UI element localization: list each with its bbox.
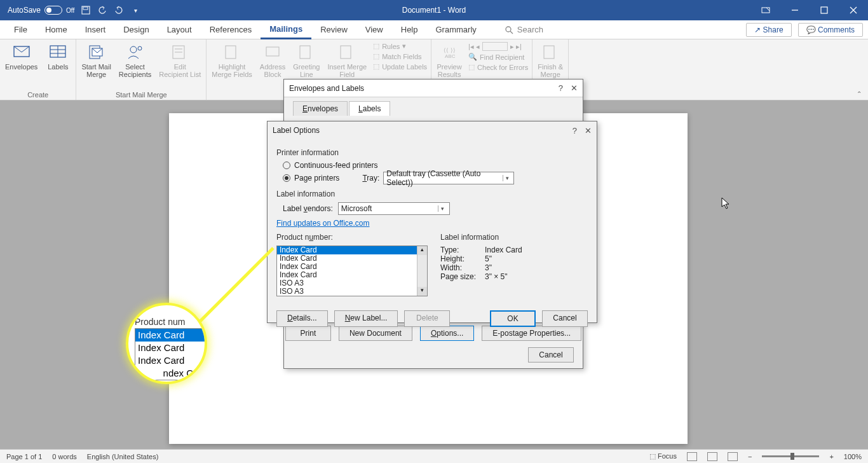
svg-rect-21: [226, 46, 236, 59]
label-vendors-combo[interactable]: Microsoft ▾: [338, 202, 450, 215]
minimize-icon[interactable]: [780, 0, 810, 20]
svg-rect-2: [762, 8, 770, 13]
svg-rect-1: [83, 7, 88, 10]
svg-point-16: [130, 46, 137, 53]
tab-home[interactable]: Home: [36, 20, 76, 39]
env-cancel-button[interactable]: Cancel: [528, 347, 574, 363]
group-create-label: Create: [4, 90, 72, 99]
env-tab-labels[interactable]: LabelsLabels: [349, 101, 390, 116]
tab-mailings[interactable]: Mailings: [261, 20, 311, 39]
title-bar: AutoSave Off ▾ Document1 - Word: [0, 0, 868, 20]
ribbon-display-icon[interactable]: [751, 0, 780, 20]
zoom-slider[interactable]: [762, 455, 819, 457]
cancel-button[interactable]: Cancel: [542, 310, 588, 327]
envelopes-button[interactable]: Envelopes: [4, 42, 39, 72]
group-start-label: Start Mail Merge: [80, 90, 202, 99]
delete-button[interactable]: Delete: [404, 310, 450, 327]
page-status[interactable]: Page 1 of 1: [6, 453, 42, 460]
label-info-section: Label information: [276, 190, 588, 198]
tab-references[interactable]: References: [201, 20, 261, 39]
svg-rect-23: [300, 46, 310, 59]
zoom-level[interactable]: 100%: [844, 453, 862, 460]
recipients-icon: [126, 43, 144, 61]
ribbon-tabs: File Home Insert Design Layout Reference…: [0, 20, 868, 39]
label-dialog-title: Label Options: [273, 126, 320, 135]
env-close-icon[interactable]: ✕: [571, 83, 578, 93]
svg-point-7: [506, 27, 511, 32]
nav-record-buttons: |◂ ◂ ▸ ▸|: [468, 42, 528, 51]
svg-text:⟨⟨ ⟩⟩: ⟨⟨ ⟩⟩: [444, 47, 456, 53]
tab-file[interactable]: File: [5, 20, 36, 39]
autosave-label: AutoSave: [8, 6, 41, 15]
svg-line-8: [510, 31, 513, 34]
labels-icon: [49, 43, 67, 61]
details-button[interactable]: Details...Details...: [276, 310, 328, 327]
label-options-dialog: Label Options ? ✕ Printer information Co…: [267, 121, 597, 323]
continuous-feed-radio[interactable]: Continuous-feed printers: [283, 161, 588, 170]
word-count[interactable]: 0 words: [52, 453, 77, 460]
list-item[interactable]: ISO A3: [277, 287, 427, 296]
tab-view[interactable]: View: [356, 20, 392, 39]
start-mail-merge-button[interactable]: Start Mail Merge: [80, 42, 112, 79]
label-help-icon[interactable]: ?: [573, 126, 577, 135]
redo-icon[interactable]: [114, 5, 124, 15]
page-printers-radio[interactable]: Page printers Tray:Tray: Default tray (C…: [283, 172, 588, 184]
tab-layout[interactable]: Layout: [158, 20, 201, 39]
edit-list-icon: [171, 43, 189, 61]
print-layout-icon[interactable]: [707, 452, 717, 461]
tab-grammarly[interactable]: Grammarly: [427, 20, 485, 39]
product-number-listbox[interactable]: Index Card Index Card Index Card Index C…: [276, 245, 428, 296]
svg-rect-4: [821, 7, 827, 13]
ok-button[interactable]: OK: [490, 310, 536, 327]
labels-button[interactable]: Labels: [44, 42, 72, 72]
tab-review[interactable]: Review: [311, 20, 356, 39]
tray-combo[interactable]: Default tray (Cassette (Auto Select)) ▾: [383, 172, 514, 184]
preview-results-button: ⟨⟨ ⟩⟩ABC Preview Results: [435, 42, 463, 79]
qat-more-icon[interactable]: ▾: [130, 5, 140, 15]
search-box[interactable]: Search: [505, 25, 543, 34]
zoom-in-icon[interactable]: +: [829, 453, 833, 460]
env-dialog-title: Envelopes and Labels: [289, 84, 364, 93]
svg-text:ABC: ABC: [445, 53, 456, 59]
maximize-icon[interactable]: [810, 0, 839, 20]
mag-item: Index Card: [135, 354, 207, 367]
edit-recipient-list-button: Edit Recipient List: [158, 42, 202, 79]
collapse-ribbon-icon[interactable]: ⌃: [857, 90, 862, 97]
match-fields-button: ⬚ Match Fields: [373, 52, 427, 60]
web-layout-icon[interactable]: [728, 452, 738, 461]
document-title: Document1 - Word: [402, 6, 466, 15]
focus-mode[interactable]: ⬚ Focus: [649, 452, 677, 460]
share-button[interactable]: ↗ Share: [746, 23, 791, 37]
cursor-icon: [721, 197, 731, 210]
autosave-toggle[interactable]: AutoSave Off: [8, 6, 74, 15]
mail-merge-icon: [88, 43, 105, 61]
tray-label: Tray:Tray:: [362, 174, 379, 183]
tab-insert[interactable]: Insert: [76, 20, 115, 39]
env-help-icon[interactable]: ?: [559, 83, 563, 93]
select-recipients-button[interactable]: Select Recipients: [118, 42, 153, 79]
chevron-down-icon: ▾: [438, 205, 447, 212]
comments-button[interactable]: 💬 Comments: [798, 23, 863, 37]
product-number-label: Product number:Product number:: [276, 233, 428, 242]
label-info-panel: Type:Index Card Height:5" Width:3" Page …: [440, 245, 587, 281]
printer-info-label: Printer information: [276, 148, 588, 157]
update-labels-button: ⬚ Update Labels: [373, 62, 427, 71]
greeting-line-button: Greeting Line: [292, 42, 321, 79]
svg-rect-24: [341, 46, 351, 59]
undo-icon[interactable]: [97, 5, 107, 15]
find-updates-link[interactable]: Find updates on Office.com: [276, 219, 370, 228]
close-icon[interactable]: [839, 0, 868, 20]
language-status[interactable]: English (United States): [87, 453, 159, 460]
zoom-out-icon[interactable]: −: [748, 453, 752, 460]
new-label-button[interactable]: New Label...New Label...: [334, 310, 398, 327]
scrollbar[interactable]: ▴ ▾: [417, 246, 427, 296]
label-vendors-label: Label vendors:Label vendors:: [283, 204, 333, 213]
save-icon[interactable]: [81, 5, 91, 15]
tab-design[interactable]: Design: [114, 20, 158, 39]
status-bar: Page 1 of 1 0 words English (United Stat…: [0, 449, 868, 463]
find-recipient-button: 🔍 Find Recipient: [468, 53, 528, 61]
env-tab-envelopes[interactable]: EEnvelopesnvelopes: [293, 101, 348, 116]
label-close-icon[interactable]: ✕: [585, 126, 592, 135]
read-mode-icon[interactable]: [687, 452, 697, 461]
tab-help[interactable]: Help: [392, 20, 427, 39]
